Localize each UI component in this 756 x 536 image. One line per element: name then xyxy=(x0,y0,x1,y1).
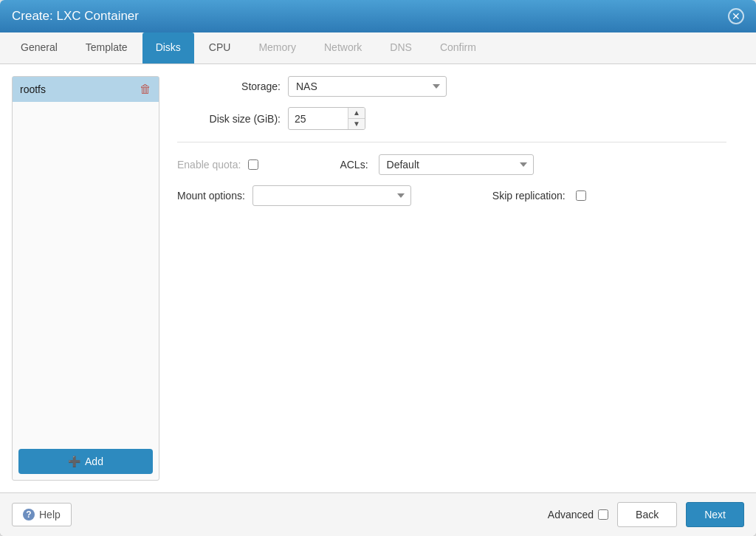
tab-confirm[interactable]: Confirm xyxy=(427,32,489,63)
disk-list-item-rootfs[interactable]: rootfs 🗑 xyxy=(13,77,159,102)
tab-general[interactable]: General xyxy=(7,32,71,63)
storage-select[interactable]: NAS local local-lvm xyxy=(288,76,447,97)
tab-disks[interactable]: Disks xyxy=(142,32,194,63)
close-button[interactable]: ✕ xyxy=(728,8,744,24)
advanced-checkbox[interactable] xyxy=(598,509,608,520)
disk-list-spacer xyxy=(13,102,159,441)
enable-quota-checkbox[interactable] xyxy=(248,159,258,170)
disk-size-label: Disk size (GiB): xyxy=(177,113,281,125)
help-button[interactable]: ? Help xyxy=(12,503,72,526)
footer-right: Advanced Back Next xyxy=(548,502,744,527)
disk-size-control: 25 ▲ ▼ xyxy=(288,107,365,130)
tab-template[interactable]: Template xyxy=(72,32,141,63)
options-section: Enable quota: ACLs: Default Enab xyxy=(177,154,726,216)
create-lxc-dialog: Create: LXC Container ✕ General Template… xyxy=(0,0,756,536)
next-button[interactable]: Next xyxy=(686,502,744,527)
help-icon: ? xyxy=(23,509,35,520)
acls-label: ACLs: xyxy=(340,159,368,171)
dialog-footer: ? Help Advanced Back Next xyxy=(0,492,756,536)
footer-left: ? Help xyxy=(12,503,72,526)
skip-replication-label: Skip replication: xyxy=(492,190,566,202)
acls-cell: ACLs: Default Enabled Disabled xyxy=(340,154,533,175)
spinner-down-button[interactable]: ▼ xyxy=(348,118,365,129)
tab-network[interactable]: Network xyxy=(311,32,375,63)
skip-replication-cell: Skip replication: xyxy=(492,185,586,206)
skip-replication-checkbox[interactable] xyxy=(576,190,586,201)
disk-size-row: Disk size (GiB): 25 ▲ ▼ xyxy=(177,107,726,130)
spinner-arrows: ▲ ▼ xyxy=(348,108,365,129)
dialog-title: Create: LXC Container xyxy=(12,9,139,24)
advanced-wrap: Advanced xyxy=(548,509,608,520)
storage-label: Storage: xyxy=(177,80,281,92)
disk-size-input[interactable]: 25 xyxy=(289,109,348,128)
quota-acls-row: Enable quota: ACLs: Default Enab xyxy=(177,154,726,175)
mount-options-control xyxy=(252,185,411,206)
disk-delete-icon[interactable]: 🗑 xyxy=(140,83,151,96)
close-icon: ✕ xyxy=(732,11,740,21)
content-area: rootfs 🗑 ➕ Add Storage: N xyxy=(0,64,756,492)
tab-memory[interactable]: Memory xyxy=(245,32,309,63)
disk-list-panel: rootfs 🗑 ➕ Add xyxy=(12,76,159,481)
mount-options-select[interactable] xyxy=(252,185,411,206)
disk-size-spinner: 25 ▲ ▼ xyxy=(288,107,365,130)
storage-control: NAS local local-lvm xyxy=(288,76,447,97)
storage-section: Storage: NAS local local-lvm Disk size (… xyxy=(177,76,726,142)
enable-quota-label: Enable quota: xyxy=(177,159,241,171)
mount-options-cell: Mount options: xyxy=(177,185,411,206)
acls-select[interactable]: Default Enabled Disabled xyxy=(379,154,534,175)
mount-options-label: Mount options: xyxy=(177,190,245,202)
main-row: rootfs 🗑 ➕ Add Storage: N xyxy=(12,76,744,481)
tabs-bar: General Template Disks CPU Memory Networ… xyxy=(0,32,756,64)
add-label: Add xyxy=(85,456,103,467)
add-icon: ➕ xyxy=(68,456,80,467)
spinner-up-button[interactable]: ▲ xyxy=(348,108,365,118)
storage-row: Storage: NAS local local-lvm xyxy=(177,76,726,97)
add-disk-button[interactable]: ➕ Add xyxy=(18,449,153,474)
config-panel: Storage: NAS local local-lvm Disk size (… xyxy=(159,76,744,481)
back-button[interactable]: Back xyxy=(617,502,677,527)
tab-dns[interactable]: DNS xyxy=(377,32,425,63)
enable-quota-cell: Enable quota: xyxy=(177,154,258,175)
help-label: Help xyxy=(39,509,61,520)
tab-cpu[interactable]: CPU xyxy=(196,32,244,63)
skip-replication-checkbox-wrap xyxy=(576,190,586,201)
enable-quota-checkbox-wrap xyxy=(248,159,258,170)
mount-skiprep-row: Mount options: Skip replication: xyxy=(177,185,726,206)
disk-item-label: rootfs xyxy=(20,83,46,95)
dialog-header: Create: LXC Container ✕ xyxy=(0,0,756,32)
advanced-label: Advanced xyxy=(548,509,594,520)
acls-control: Default Enabled Disabled xyxy=(379,154,534,175)
